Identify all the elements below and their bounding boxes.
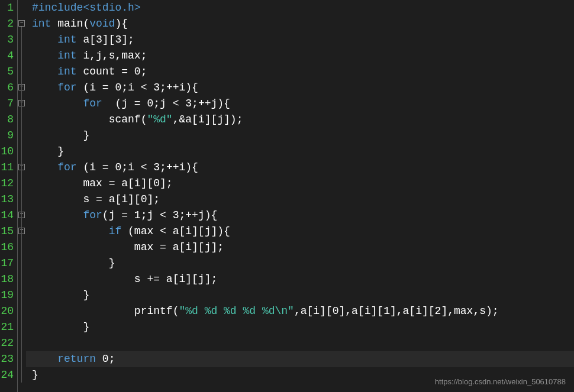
code-area[interactable]: #include<stdio.h> int main(void){ int a[…	[26, 0, 574, 392]
line-number: 6	[0, 80, 14, 96]
line-number: 21	[0, 319, 14, 335]
code-line[interactable]: for (i = 0;i < 3;++i){	[32, 80, 574, 96]
line-number: 1	[0, 0, 14, 16]
code-line[interactable]: }	[32, 255, 574, 271]
line-number: 11	[0, 160, 14, 176]
line-number: 4	[0, 48, 14, 64]
code-line[interactable]: max = a[i][0];	[32, 176, 574, 192]
code-line[interactable]: max = a[i][j];	[32, 239, 574, 255]
line-number: 5	[0, 64, 14, 80]
line-number: 15	[0, 223, 14, 239]
watermark: https://blog.csdn.net/weixin_50610788	[435, 377, 566, 386]
code-line[interactable]: int count = 0;	[32, 64, 574, 80]
line-number: 3	[0, 32, 14, 48]
code-line[interactable]: }	[32, 128, 574, 144]
fold-toggle-icon[interactable]	[18, 20, 25, 27]
code-editor: 1 2 3 4 5 6 7 8 9 10 11 12 13 14 15 16 1…	[0, 0, 574, 392]
line-number-gutter: 1 2 3 4 5 6 7 8 9 10 11 12 13 14 15 16 1…	[0, 0, 18, 392]
line-number: 22	[0, 335, 14, 351]
code-line[interactable]: for(j = 1;j < 3;++j){	[32, 208, 574, 223]
line-number: 13	[0, 192, 14, 208]
code-line[interactable]: for (i = 0;i < 3;++i){	[32, 160, 574, 176]
code-line[interactable]: int a[3][3];	[32, 32, 574, 48]
line-number: 24	[0, 367, 14, 383]
code-line[interactable]: return 0;	[32, 351, 574, 367]
line-number: 8	[0, 112, 14, 128]
line-number: 16	[0, 239, 14, 255]
code-line[interactable]	[32, 335, 574, 351]
code-line[interactable]: int i,j,s,max;	[32, 48, 574, 64]
line-number: 20	[0, 303, 14, 319]
code-line[interactable]: }	[32, 319, 574, 335]
line-number: 14	[0, 208, 14, 223]
line-number: 9	[0, 128, 14, 144]
line-number: 10	[0, 144, 14, 160]
line-number: 12	[0, 176, 14, 192]
code-line[interactable]: s = a[i][0];	[32, 192, 574, 208]
line-number: 18	[0, 271, 14, 287]
code-line[interactable]: }	[32, 144, 574, 160]
line-number: 7	[0, 96, 14, 112]
code-line[interactable]: int main(void){	[32, 16, 574, 32]
code-line[interactable]: if (max < a[i][j]){	[32, 223, 574, 239]
line-number: 2	[0, 16, 14, 32]
code-line[interactable]: #include<stdio.h>	[32, 0, 574, 16]
code-line[interactable]: for (j = 0;j < 3;++j){	[32, 96, 574, 112]
line-number: 19	[0, 287, 14, 303]
code-line[interactable]: s += a[i][j];	[32, 271, 574, 287]
line-number: 17	[0, 255, 14, 271]
line-number: 23	[0, 351, 14, 367]
code-line[interactable]: printf("%d %d %d %d %d\n",a[i][0],a[i][1…	[32, 303, 574, 319]
code-line[interactable]: }	[32, 287, 574, 303]
fold-guide	[21, 27, 22, 383]
code-line[interactable]: scanf("%d",&a[i][j]);	[32, 112, 574, 128]
fold-gutter	[18, 0, 26, 392]
